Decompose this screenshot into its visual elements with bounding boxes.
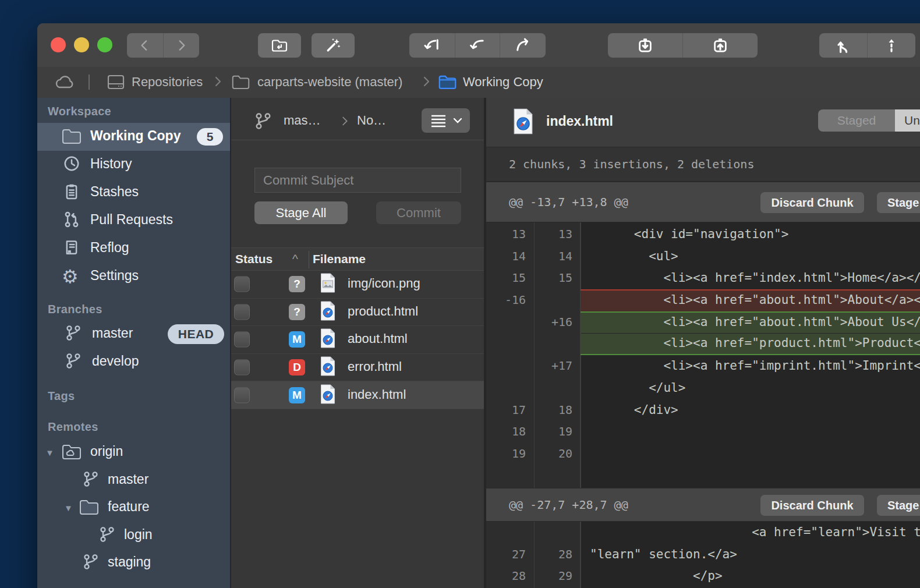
unstaged-tab-label: Unstaged (904, 114, 920, 127)
sidebar-item-settings[interactable]: ⚙ Settings (37, 263, 230, 291)
merge-branches-button[interactable] (819, 33, 867, 58)
column-status[interactable]: Status (235, 252, 273, 266)
push-commit-button[interactable] (500, 33, 546, 58)
diff-line: +17 <li><a href="imprint.html">Imprint</… (486, 355, 920, 377)
staged-tab-label: Staged (837, 114, 876, 127)
status-badge: ? (289, 276, 305, 292)
divider (231, 140, 484, 140)
breadcrumb-working-copy[interactable]: Working Copy (463, 67, 543, 97)
branch-crumb[interactable]: mas… (284, 113, 321, 128)
file-row[interactable]: ? product.html (231, 299, 484, 327)
html-file-icon (320, 328, 336, 350)
sidebar-item-stashes[interactable]: Stashes (37, 179, 230, 207)
commit-button[interactable]: Commit (376, 201, 461, 224)
html-file-icon (320, 384, 336, 406)
view-options-button[interactable] (422, 108, 470, 133)
minimize-window-button[interactable] (74, 37, 89, 52)
back-button[interactable] (127, 33, 163, 58)
file-row[interactable]: M about.html (231, 326, 484, 354)
html-file-icon (320, 301, 336, 323)
remote-branch-label: staging (108, 554, 151, 570)
column-divider (309, 251, 309, 268)
stage-checkbox[interactable] (234, 304, 250, 320)
breadcrumb-repo[interactable]: carparts-website (master) (257, 67, 402, 97)
history-nav-group (127, 33, 199, 58)
diff-panel: index.html Staged Unstaged 2 chunks, 3 i… (485, 98, 920, 588)
forward-button[interactable] (164, 33, 199, 58)
sidebar-item-history[interactable]: History (37, 151, 230, 179)
discard-chunk-label: Discard Chunk (771, 196, 853, 210)
working-copy-folder-icon (438, 73, 457, 92)
sidebar-remote-branch-staging[interactable]: staging (37, 549, 230, 577)
branch-label: master (92, 325, 133, 341)
file-row[interactable]: D error.html (231, 354, 484, 382)
remotes-section-header: Remotes (48, 420, 98, 434)
branch-actions-group (409, 33, 546, 58)
branch-icon (65, 353, 82, 371)
stage-chunk-button[interactable]: Stage Chunk (877, 495, 920, 516)
file-row[interactable]: ? img/icon.png (231, 271, 484, 299)
sidebar-item-label: History (90, 156, 132, 172)
close-window-button[interactable] (51, 37, 66, 52)
chevron-down-icon (452, 116, 463, 125)
sidebar-item-label: Working Copy (90, 128, 181, 144)
stage-all-label: Stage All (276, 206, 327, 221)
open-in-finder-button[interactable] (258, 33, 301, 58)
sidebar-remote-origin[interactable]: ▼ origin (37, 438, 230, 466)
head-badge: HEAD (168, 324, 224, 344)
stage-all-button[interactable]: Stage All (254, 201, 348, 224)
stage-chunk-button[interactable]: Stage Chunk (877, 192, 920, 213)
sidebar: Workspace Working Copy 5 History Stashes… (37, 98, 230, 588)
sidebar-branch-master[interactable]: master HEAD (37, 320, 230, 348)
diff-file-title: index.html (546, 114, 613, 129)
stash-save-button[interactable] (608, 33, 682, 58)
disclosure-triangle-icon[interactable]: ▼ (64, 503, 73, 513)
file-row-selected[interactable]: M index.html (231, 381, 484, 409)
zoom-window-button[interactable] (97, 37, 112, 52)
tab-staged[interactable]: Staged (818, 109, 895, 132)
breadcrumb-repositories[interactable]: Repositories (132, 67, 203, 97)
chunk-range-label: @@ -27,7 +28,7 @@ (509, 498, 628, 512)
branch-icon (83, 471, 99, 490)
sidebar-remote-branch-master[interactable]: master (37, 466, 230, 494)
stage-checkbox[interactable] (234, 332, 250, 348)
diff-line: </ul> (486, 377, 920, 399)
remote-label: origin (90, 444, 123, 459)
chunk-header: @@ -13,7 +13,8 @@ Discard Chunk Stage Ch… (486, 182, 920, 222)
target-crumb[interactable]: No… (357, 113, 386, 128)
diff-line: 1515 <li><a href="index.html">Home</a></… (486, 267, 920, 289)
sidebar-item-reflog[interactable]: Reflog (37, 235, 230, 263)
branches-section-header: Branches (48, 303, 102, 316)
clock-icon (63, 155, 80, 175)
sidebar-remote-folder-feature[interactable]: ▼ feature (37, 494, 230, 522)
quick-actions-button[interactable] (312, 33, 355, 58)
stage-checkbox[interactable] (234, 277, 250, 292)
column-filename[interactable]: Filename (313, 252, 366, 266)
discard-chunk-button[interactable]: Discard Chunk (760, 495, 864, 516)
repositories-icon (106, 74, 126, 93)
stage-chunk-label: Stage Chunk (887, 499, 920, 512)
disclosure-triangle-icon[interactable]: ▼ (45, 448, 54, 458)
stage-checkbox[interactable] (234, 387, 250, 403)
repo-folder-icon (231, 73, 250, 92)
sidebar-branch-develop[interactable]: develop (37, 348, 230, 376)
tab-unstaged[interactable]: Unstaged (895, 109, 920, 132)
commit-subject-input[interactable] (254, 168, 461, 193)
chunk-header: @@ -27,7 +28,7 @@ Discard Chunk Stage Ch… (486, 488, 920, 522)
discard-chunk-button[interactable]: Discard Chunk (760, 192, 864, 213)
clipboard-icon (63, 183, 80, 203)
merge-button[interactable] (455, 33, 500, 58)
sidebar-remote-branch-login[interactable]: login (37, 522, 230, 550)
stash-pop-button[interactable] (683, 33, 758, 58)
rebase-button[interactable] (868, 33, 915, 58)
sidebar-item-working-copy[interactable]: Working Copy 5 (37, 123, 230, 151)
magic-wand-icon (324, 37, 342, 54)
status-badge: D (289, 359, 305, 376)
checkout-button[interactable] (409, 33, 455, 58)
sort-ascending-icon[interactable]: ^ (292, 252, 298, 266)
cloud-icon[interactable] (54, 73, 77, 93)
folder-action-icon (271, 37, 288, 54)
discard-chunk-label: Discard Chunk (771, 499, 853, 512)
stage-checkbox[interactable] (234, 360, 250, 376)
sidebar-item-pull-requests[interactable]: Pull Requests (37, 207, 230, 235)
